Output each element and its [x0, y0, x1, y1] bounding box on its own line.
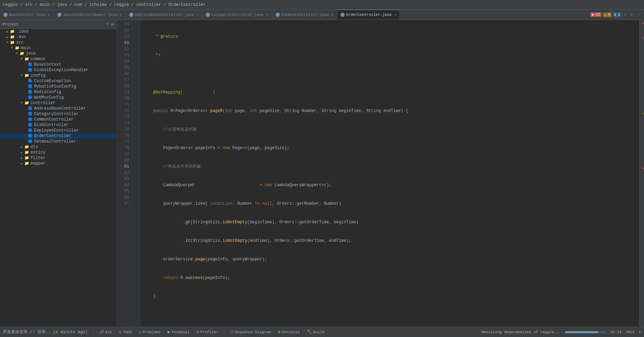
tree-arrow-idea: ▶	[5, 30, 10, 34]
todo-icon: ☑	[119, 329, 121, 335]
tab-OrderController[interactable]: OrderController.java ✕	[337, 10, 400, 20]
warning-badge[interactable]: ⚠ 6	[603, 12, 612, 17]
gutter	[132, 20, 141, 327]
sidebar-collapse-all-btn[interactable]: ≡	[106, 22, 109, 27]
tree-label-DishController: DishController	[34, 123, 69, 127]
tree-item-mvn[interactable]: ▶ 📁 .mvn	[0, 34, 116, 40]
tree-item-filter[interactable]: ▶ 📁 filter	[0, 155, 116, 161]
file-icon-DishController: 🔵	[27, 123, 33, 127]
tree-item-common[interactable]: ▼ 📁 common	[0, 56, 116, 62]
tree-item-EmployeeController[interactable]: 🔵 EmployeeController	[0, 128, 116, 133]
git-button[interactable]: ⎇ Git	[96, 328, 115, 336]
folder-icon-main: 📁	[14, 46, 20, 50]
error-indicator-1	[642, 23, 643, 24]
tree-item-entity[interactable]: ▶ 📁 entity	[0, 150, 116, 155]
tree-label-GlobalExceptionHandler: GlobalExceptionHandler	[34, 68, 88, 72]
tree-item-controller[interactable]: ▼ 📁 controller	[0, 100, 116, 106]
sidebar-settings-btn[interactable]: ⚙	[111, 22, 114, 27]
tree-item-main[interactable]: ▼ 📁 main	[0, 45, 116, 51]
tree-item-SetmealController[interactable]: 🔵 SetmealController	[0, 139, 116, 144]
tree-label-mapper: mapper	[31, 161, 45, 166]
toolbar-menu-btn[interactable]: ⋮	[635, 12, 642, 18]
file-icon-BaseContext	[3, 13, 8, 17]
tab-JacksonObjectMapper[interactable]: JacksonObjectMapper.java ✕	[54, 10, 126, 20]
code-line-63: //分页构造器对象	[143, 126, 636, 133]
file-icon-BaseContext: 🔵	[27, 62, 33, 67]
tab-AddressBookController[interactable]: AddressBookController.java ✕	[126, 10, 202, 20]
error-badge[interactable]: ▲ 12	[590, 12, 601, 17]
terminal-button[interactable]: ▶ Terminal	[165, 328, 192, 336]
services-button[interactable]: ⚙ Services	[275, 328, 302, 336]
code-line-67: queryWrapper.like( condition: Number != …	[143, 201, 636, 207]
main-area: Project ≡ ⚙ ▶ 📁 .idea ▶ 📁 .mvn ▼ 📁 src	[0, 20, 644, 327]
tree-item-CustomException[interactable]: 🔵 CustomException	[0, 78, 116, 84]
tree-label-entity: entity	[31, 150, 45, 155]
code-line-69: .lt(StringUtils.isNotEmpty(endTime), Ord…	[143, 238, 636, 244]
code-line-60	[143, 71, 636, 77]
tree-item-MybatisPlusConfig[interactable]: 🔵 MybatisPlusConfig	[0, 84, 116, 89]
file-icon-AddressBookController: 🔵	[27, 106, 33, 111]
todo-button[interactable]: ☑ TODO	[116, 328, 135, 336]
tree-label-CategoryController: CategoryController	[34, 112, 79, 116]
tree-item-mapper[interactable]: ▶ 📁 mapper	[0, 161, 116, 166]
folder-icon-mapper: 📁	[24, 161, 30, 166]
tree-item-dto[interactable]: ▶ 📁 dto	[0, 144, 116, 150]
folder-icon-java: 📁	[19, 51, 25, 56]
build-button[interactable]: 🔨 Build	[304, 328, 327, 336]
tab-close-OrderController[interactable]: ✕	[394, 13, 396, 17]
progress-bar	[565, 331, 606, 333]
tab-CategoryController[interactable]: CategoryController.java ✕	[202, 10, 272, 20]
tree-item-idea[interactable]: ▶ 📁 .idea	[0, 29, 116, 34]
tree-item-CommonController[interactable]: 🔵 CommonController	[0, 117, 116, 122]
tree-item-DishController[interactable]: 🔵 DishController	[0, 122, 116, 128]
breadcrumb-path: reggie / src / main / java / com / ithei…	[3, 2, 206, 7]
code-editor[interactable]: * @return */ @GetMapping( ) public R<Pag…	[141, 20, 639, 327]
tab-close-AddressBookController[interactable]: ✕	[197, 13, 199, 17]
status-message: 开发者未登录 // 登录.. (a minute ago)	[3, 329, 88, 335]
file-icon-CommonController: 🔵	[27, 117, 33, 122]
sequence-diagram-button[interactable]: ⬡ Sequence Diagram	[227, 328, 274, 336]
sequence-diagram-icon: ⬡	[230, 329, 233, 335]
tree-arrow-common: ▼	[19, 57, 24, 61]
tree-item-config[interactable]: ▼ 📁 config	[0, 73, 116, 78]
error-indicator-2	[642, 37, 643, 38]
tree-item-RedisConfig[interactable]: 🔵 RedisConfig	[0, 89, 116, 95]
file-icon-MybatisPlusConfig: 🔵	[27, 84, 33, 89]
toolbar-expand-btn[interactable]: ∧	[623, 12, 628, 18]
error-indicator-3	[642, 168, 643, 169]
tree-item-CategoryController[interactable]: 🔵 CategoryController	[0, 111, 116, 117]
tab-close-CategoryController[interactable]: ✕	[266, 13, 268, 17]
tree-label-filter: filter	[31, 156, 45, 160]
file-icon-CategoryController: 🔵	[27, 112, 33, 116]
tab-BaseContext[interactable]: BaseContext.java ✕	[0, 10, 54, 20]
code-line-64: Page<Orders> pageInfo = new Page<>(page,…	[143, 145, 636, 151]
sidebar-header-controls: ≡ ⚙	[106, 22, 114, 27]
file-icon-RedisConfig: 🔵	[27, 90, 33, 94]
tree-item-BaseContext[interactable]: 🔵 BaseContext	[0, 62, 116, 67]
tree-item-AddressBookController[interactable]: 🔵 AddressBookController	[0, 106, 116, 111]
tree-arrow-filter: ▶	[19, 156, 24, 160]
tree-label-RedisConfig: RedisConfig	[34, 90, 61, 94]
line-ending: CRLF	[626, 330, 635, 334]
code-content[interactable]: 58 59 60 61 62 63 64 65 66 67 68 69 70 7…	[117, 20, 644, 327]
profiler-icon: ◎	[197, 329, 199, 335]
info-badge[interactable]: ℹ 3	[613, 12, 621, 17]
folder-icon-dto: 📁	[24, 145, 30, 149]
tab-close-BaseContext[interactable]: ✕	[48, 13, 50, 17]
tree-label-common: common	[31, 57, 45, 61]
tab-close-JacksonObjectMapper[interactable]: ✕	[120, 13, 122, 17]
problems-button[interactable]: ⚠ Problems	[136, 328, 164, 336]
tree-item-GlobalExceptionHandler[interactable]: 🔵 GlobalExceptionHandler	[0, 67, 116, 73]
tree-item-WebMvcConfig[interactable]: 🔵 WebMvcConfig	[0, 95, 116, 100]
tab-close-CommonController[interactable]: ✕	[331, 13, 333, 17]
tree-label-MybatisPlusConfig: MybatisPlusConfig	[34, 84, 76, 89]
tree-item-src[interactable]: ▼ 📁 src	[0, 40, 116, 45]
code-line-71: return R.success(pageInfo);	[143, 275, 636, 281]
profiler-button[interactable]: ◎ Profiler	[194, 328, 221, 336]
tree-item-java[interactable]: ▼ 📁 java	[0, 51, 116, 56]
services-label: Services	[282, 330, 300, 334]
toolbar-collapse-btn[interactable]: ∨	[629, 12, 634, 18]
tab-CommonController[interactable]: CommonController.java ✕	[272, 10, 337, 20]
git-icon: ⎇	[99, 329, 104, 335]
tree-item-OrderController[interactable]: 🔵 OrderController	[0, 133, 116, 139]
